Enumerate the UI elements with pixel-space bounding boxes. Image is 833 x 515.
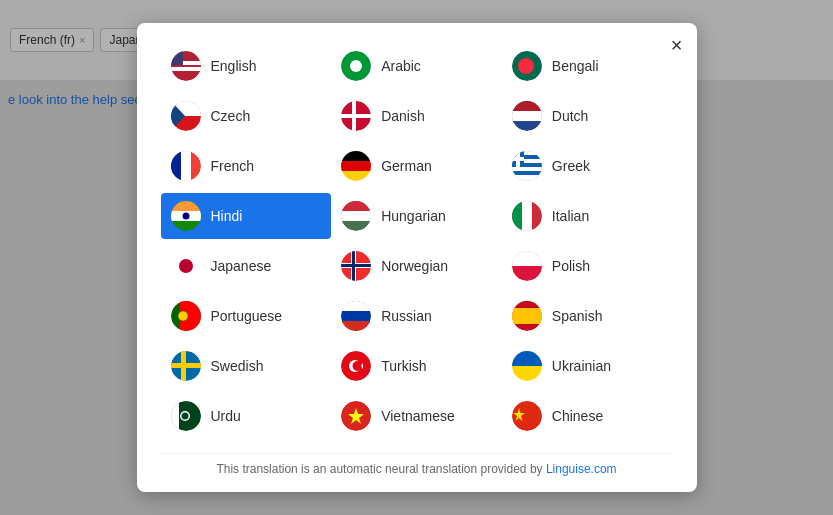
lang-bengali[interactable]: Bengali [502, 43, 673, 89]
flag-english [171, 51, 201, 81]
lang-russian[interactable]: Russian [331, 293, 502, 339]
svg-rect-70 [171, 401, 179, 431]
language-grid: English Arabic Bengali Czech [161, 43, 673, 439]
svg-rect-23 [341, 161, 371, 171]
svg-rect-2 [171, 67, 201, 71]
flag-japanese [171, 251, 201, 281]
lang-french-label: French [211, 158, 255, 174]
flag-norwegian [341, 251, 371, 281]
svg-rect-59 [512, 301, 542, 308]
svg-rect-31 [512, 157, 524, 161]
lang-czech[interactable]: Czech [161, 93, 332, 139]
flag-ukrainian [512, 351, 542, 381]
lang-danish[interactable]: Danish [331, 93, 502, 139]
flag-danish [341, 101, 371, 131]
flag-swedish [171, 351, 201, 381]
lang-arabic-label: Arabic [381, 58, 421, 74]
flag-hindi [171, 201, 201, 231]
lang-hindi[interactable]: Hindi [161, 193, 332, 239]
flag-russian [341, 301, 371, 331]
lang-chinese[interactable]: Chinese [502, 393, 673, 439]
lang-german-label: German [381, 158, 432, 174]
lang-czech-label: Czech [211, 108, 251, 124]
flag-arabic [341, 51, 371, 81]
modal-footer: This translation is an automatic neural … [161, 453, 673, 476]
lang-english[interactable]: English [161, 43, 332, 89]
svg-rect-17 [512, 111, 542, 121]
flag-portuguese [171, 301, 201, 331]
svg-rect-27 [512, 167, 542, 171]
svg-rect-37 [341, 201, 371, 211]
svg-point-77 [512, 401, 542, 431]
svg-rect-48 [341, 264, 371, 267]
svg-rect-38 [341, 211, 371, 221]
svg-point-43 [179, 259, 193, 273]
lang-bengali-label: Bengali [552, 58, 599, 74]
lang-spanish-label: Spanish [552, 308, 603, 324]
flag-french [171, 151, 201, 181]
lang-swedish-label: Swedish [211, 358, 264, 374]
lang-spanish[interactable]: Spanish [502, 293, 673, 339]
flag-vietnamese [341, 401, 371, 431]
flag-chinese [512, 401, 542, 431]
lang-urdu[interactable]: Urdu [161, 393, 332, 439]
svg-rect-22 [341, 151, 371, 161]
flag-urdu [171, 401, 201, 431]
lang-italian[interactable]: Italian [502, 193, 673, 239]
lang-greek[interactable]: Greek [502, 143, 673, 189]
linguise-link[interactable]: Linguise.com [546, 462, 617, 476]
svg-rect-58 [512, 308, 542, 324]
footer-text: This translation is an automatic neural … [216, 462, 546, 476]
lang-arabic[interactable]: Arabic [331, 43, 502, 89]
flag-czech [171, 101, 201, 131]
lang-turkish[interactable]: Turkish [331, 343, 502, 389]
lang-swedish[interactable]: Swedish [161, 343, 332, 389]
lang-dutch-label: Dutch [552, 108, 589, 124]
svg-rect-62 [171, 363, 201, 368]
svg-point-6 [350, 60, 362, 72]
svg-rect-14 [341, 114, 371, 118]
lang-portuguese-label: Portuguese [211, 308, 283, 324]
svg-rect-19 [171, 151, 181, 181]
flag-greek [512, 151, 542, 181]
lang-japanese-label: Japanese [211, 258, 272, 274]
flag-italian [512, 201, 542, 231]
lang-english-label: English [211, 58, 257, 74]
lang-greek-label: Greek [552, 158, 590, 174]
svg-rect-56 [341, 321, 371, 331]
lang-hindi-label: Hindi [211, 208, 243, 224]
svg-rect-55 [341, 301, 371, 311]
svg-rect-33 [171, 201, 201, 211]
lang-danish-label: Danish [381, 108, 425, 124]
lang-dutch[interactable]: Dutch [502, 93, 673, 139]
flag-dutch [512, 101, 542, 131]
lang-japanese[interactable]: Japanese [161, 243, 332, 289]
flag-german [341, 151, 371, 181]
svg-rect-68 [512, 351, 542, 366]
lang-polish[interactable]: Polish [502, 243, 673, 289]
lang-hungarian-label: Hungarian [381, 208, 446, 224]
modal-overlay: × English Arabic Bengali [0, 0, 833, 515]
lang-vietnamese-label: Vietnamese [381, 408, 455, 424]
lang-turkish-label: Turkish [381, 358, 426, 374]
lang-french[interactable]: French [161, 143, 332, 189]
lang-portuguese[interactable]: Portuguese [161, 293, 332, 339]
lang-italian-label: Italian [552, 208, 589, 224]
lang-vietnamese[interactable]: Vietnamese [331, 393, 502, 439]
lang-ukrainian-label: Ukrainian [552, 358, 611, 374]
modal-close-button[interactable]: × [671, 35, 683, 55]
flag-polish [512, 251, 542, 281]
svg-rect-20 [181, 151, 191, 181]
svg-rect-28 [512, 175, 542, 181]
lang-russian-label: Russian [381, 308, 432, 324]
lang-ukrainian[interactable]: Ukrainian [502, 343, 673, 389]
lang-german[interactable]: German [331, 143, 502, 189]
lang-hungarian[interactable]: Hungarian [331, 193, 502, 239]
svg-point-53 [178, 311, 188, 321]
lang-chinese-label: Chinese [552, 408, 603, 424]
lang-norwegian-label: Norwegian [381, 258, 448, 274]
svg-rect-50 [512, 251, 542, 266]
svg-rect-40 [512, 201, 522, 231]
svg-rect-16 [512, 101, 542, 111]
lang-norwegian[interactable]: Norwegian [331, 243, 502, 289]
